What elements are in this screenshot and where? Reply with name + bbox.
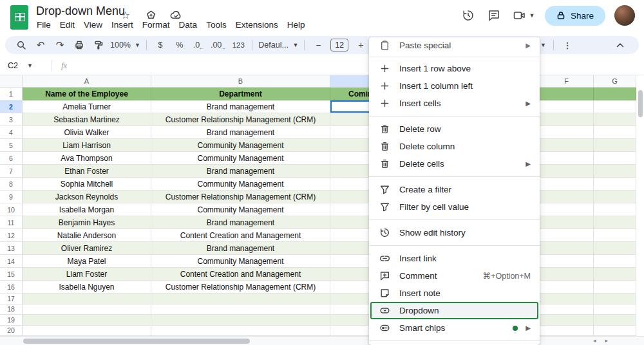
cell[interactable] [23, 326, 151, 337]
menu-view[interactable]: View [79, 19, 107, 31]
cell[interactable] [594, 88, 636, 100]
cell[interactable]: Brand management [151, 100, 330, 113]
cell[interactable]: Olivia Walker [23, 126, 151, 139]
menu-help[interactable]: Help [283, 19, 310, 31]
format-currency-button[interactable]: $ [151, 37, 170, 53]
increase-decimal-button[interactable]: .00→ [209, 37, 229, 53]
format-percent-button[interactable]: % [170, 37, 189, 53]
cell[interactable] [540, 165, 594, 178]
cell[interactable] [594, 126, 636, 139]
cell[interactable]: Customer Relationship Management (CRM) [151, 191, 330, 203]
cell[interactable]: Brand management [151, 126, 330, 139]
cell[interactable] [594, 242, 636, 255]
column-header-g[interactable]: G [594, 75, 636, 88]
cell[interactable] [151, 294, 330, 304]
menu-item-show-edit-history[interactable]: Show edit history [369, 224, 540, 241]
menu-item-filter-by-cell-value[interactable]: Filter by cell value [369, 198, 540, 216]
cell[interactable] [540, 255, 594, 268]
cell[interactable] [594, 139, 636, 152]
cell[interactable] [594, 203, 636, 216]
more-toolbar-icon[interactable]: ⋮ [558, 37, 577, 53]
cell[interactable] [151, 315, 330, 326]
cell[interactable]: Content Creation and Management [151, 268, 330, 281]
cell[interactable]: Name of the Employee [23, 88, 151, 100]
row-header-13[interactable]: 13 [0, 242, 23, 255]
menu-item-create-filter[interactable]: Create a filter [369, 181, 540, 198]
menu-file[interactable]: File [32, 19, 55, 31]
cell[interactable]: Sebastian Martinez [23, 113, 151, 126]
menu-extensions[interactable]: Extensions [231, 19, 283, 31]
print-icon[interactable] [70, 37, 89, 53]
cell[interactable]: Community Management [151, 203, 330, 216]
cell[interactable] [540, 281, 594, 294]
menu-item-paste-special[interactable]: Paste special▶ [369, 37, 540, 53]
row-header-1[interactable]: 1 [0, 88, 23, 100]
comment-history-icon[interactable] [486, 7, 502, 24]
cell[interactable] [540, 88, 594, 100]
cell[interactable] [540, 315, 594, 326]
cell[interactable] [151, 326, 330, 337]
cell[interactable]: Natalie Anderson [23, 229, 151, 242]
share-button[interactable]: Share [545, 6, 605, 26]
cell[interactable]: Community Management [151, 139, 330, 152]
row-header-15[interactable]: 15 [0, 268, 23, 281]
row-header-5[interactable]: 5 [0, 139, 23, 152]
cell[interactable] [540, 229, 594, 242]
cell[interactable]: Brand management [151, 216, 330, 229]
cell[interactable] [540, 139, 594, 152]
cell[interactable] [594, 113, 636, 126]
horizontal-scrollbar-track[interactable]: ◂▸ [0, 336, 644, 345]
cell[interactable] [540, 242, 594, 255]
row-header-10[interactable]: 10 [0, 203, 23, 216]
document-title[interactable]: Drop-down Menu [36, 5, 125, 18]
cell[interactable] [540, 304, 594, 315]
paint-format-icon[interactable] [89, 37, 108, 53]
row-header-14[interactable]: 14 [0, 255, 23, 268]
cell[interactable] [23, 315, 151, 326]
cell[interactable] [540, 126, 594, 139]
cell[interactable] [540, 326, 594, 337]
cell[interactable]: Liam Foster [23, 268, 151, 281]
cell[interactable] [151, 304, 330, 315]
cell[interactable] [594, 229, 636, 242]
row-header-17[interactable]: 17 [0, 294, 23, 304]
cell[interactable]: Sophia Mitchell [23, 178, 151, 191]
name-box[interactable]: C2▼ [0, 61, 48, 70]
row-header-9[interactable]: 9 [0, 191, 23, 203]
cell[interactable]: Ethan Foster [23, 165, 151, 178]
menu-item-insert-note[interactable]: Insert note [369, 284, 540, 302]
row-header-8[interactable]: 8 [0, 178, 23, 191]
cell[interactable]: Maya Patel [23, 255, 151, 268]
decrease-decimal-button[interactable]: .0← [189, 37, 209, 53]
cell[interactable] [23, 294, 151, 304]
cell[interactable]: Department [151, 88, 330, 100]
menu-item-dropdown[interactable]: Dropdown [370, 302, 538, 319]
cell[interactable]: Ava Thompson [23, 152, 151, 165]
cell[interactable] [594, 281, 636, 294]
cell[interactable] [594, 165, 636, 178]
cell[interactable] [594, 326, 636, 337]
cell[interactable]: Brand management [151, 165, 330, 178]
cell[interactable] [594, 294, 636, 304]
menu-item-delete-row[interactable]: Delete row [369, 120, 540, 138]
row-header-12[interactable]: 12 [0, 229, 23, 242]
cell[interactable] [540, 100, 594, 113]
menu-item-comment[interactable]: Comment⌘+Option+M [369, 267, 540, 284]
cell[interactable] [594, 315, 636, 326]
cell[interactable] [594, 255, 636, 268]
row-header-4[interactable]: 4 [0, 126, 23, 139]
menu-edit[interactable]: Edit [55, 19, 79, 31]
cell[interactable] [594, 100, 636, 113]
row-header-19[interactable]: 19 [0, 315, 23, 326]
cell[interactable] [540, 178, 594, 191]
undo-icon[interactable]: ↶ [31, 37, 50, 53]
cell[interactable]: Community Management [151, 255, 330, 268]
menu-item-insert-link[interactable]: Insert link [369, 250, 540, 267]
menu-item-insert-cells[interactable]: Insert cells▶ [369, 95, 540, 112]
redo-icon[interactable]: ↷ [50, 37, 70, 53]
menu-format[interactable]: Format [138, 19, 175, 31]
cell[interactable] [540, 113, 594, 126]
cell[interactable] [594, 152, 636, 165]
sheets-logo-icon[interactable] [10, 5, 28, 30]
cell[interactable] [594, 304, 636, 315]
